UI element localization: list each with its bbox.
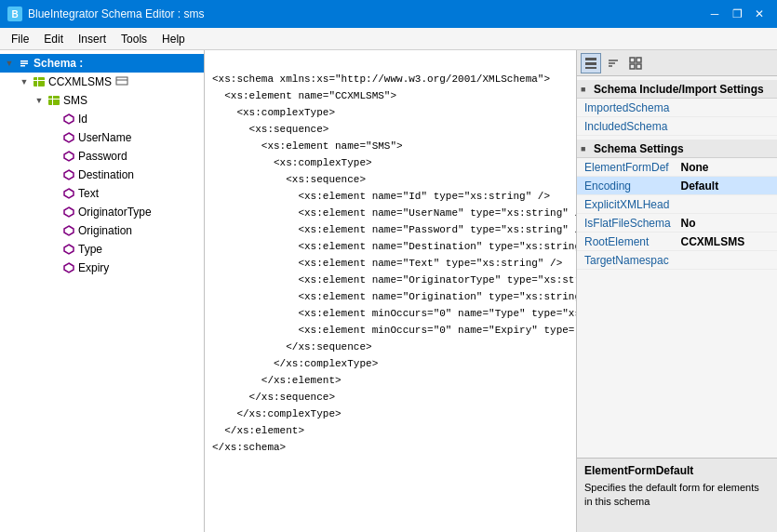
restore-button[interactable]: ❐ xyxy=(727,4,747,24)
tree-label-destination: Destination xyxy=(78,168,134,181)
svg-marker-12 xyxy=(64,114,74,124)
prop-encoding[interactable]: Encoding Default xyxy=(577,177,777,195)
tree-label-ccxmlsms: CCXMLSMS xyxy=(48,75,112,88)
section2-label: Schema Settings xyxy=(594,142,684,155)
property-description-panel: ElementFormDefault Specifies the default… xyxy=(577,458,777,532)
tree-item-ccxmlsms[interactable]: ▼ CCXMLSMS xyxy=(0,73,204,91)
menu-insert[interactable]: Insert xyxy=(71,28,114,49)
svg-rect-4 xyxy=(33,77,45,86)
svg-rect-3 xyxy=(20,65,25,67)
tree-item-username[interactable]: UserName xyxy=(0,128,204,147)
svg-rect-9 xyxy=(48,96,60,105)
menu-tools[interactable]: Tools xyxy=(114,28,154,49)
field-icon-username xyxy=(61,130,76,145)
table-icon-sms xyxy=(47,93,61,108)
window-title: BlueIntegrator Schema Editor : sms xyxy=(28,7,204,20)
expand-schema-icon: ▼ xyxy=(2,56,17,71)
spacer-type xyxy=(47,242,61,257)
tree-item-text[interactable]: Text xyxy=(0,184,204,203)
table-icon-ccxmlsms xyxy=(32,74,47,89)
close-button[interactable]: ✕ xyxy=(749,4,770,24)
main-container: ▼ Schema : ▼ CCXMLSMS ▼ xyxy=(0,50,777,532)
section-schema-settings[interactable]: ■ Schema Settings xyxy=(577,140,777,158)
prop-rootelement[interactable]: RootElement CCXMLSMS xyxy=(577,233,777,251)
prop-name-elementformdef[interactable]: ElementFormDef xyxy=(584,161,681,174)
xml-editor-panel[interactable]: <xs:schema xmlns:xs="http://www.w3.org/2… xyxy=(205,50,577,532)
prop-targetnamespace[interactable]: TargetNamespac xyxy=(577,251,777,270)
menu-file[interactable]: File xyxy=(4,28,36,49)
menu-help[interactable]: Help xyxy=(154,28,193,49)
menu-bar: File Edit Insert Tools Help xyxy=(0,28,777,50)
tree-label-type: Type xyxy=(78,243,102,256)
field-icon-originationtype xyxy=(61,205,76,219)
tree-panel: ▼ Schema : ▼ CCXMLSMS ▼ xyxy=(0,50,205,532)
expand-sms-icon: ▼ xyxy=(32,93,47,108)
tree-item-type[interactable]: Type xyxy=(0,240,204,259)
svg-rect-22 xyxy=(585,62,596,65)
prop-imported-schema[interactable]: ImportedSchema xyxy=(577,99,777,117)
schema-tree: ▼ Schema : ▼ CCXMLSMS ▼ xyxy=(0,50,204,281)
spacer-password xyxy=(47,149,61,164)
menu-edit[interactable]: Edit xyxy=(36,28,71,49)
view-btn[interactable] xyxy=(625,53,646,73)
tree-label-schema: Schema : xyxy=(33,57,83,70)
minimize-button[interactable]: ─ xyxy=(704,4,725,24)
prop-included-schema[interactable]: IncludedSchema xyxy=(577,117,777,136)
prop-value-rootelement: CCXMLSMS xyxy=(681,235,778,248)
sort-btn[interactable] xyxy=(603,53,623,73)
prop-name-isflatfileschema[interactable]: IsFlatFileSchema xyxy=(584,217,681,230)
prop-name-rootelement[interactable]: RootElement xyxy=(584,235,681,248)
spacer-username xyxy=(47,130,61,145)
xml-content[interactable]: <xs:schema xmlns:xs="http://www.w3.org/2… xyxy=(205,50,576,532)
svg-marker-15 xyxy=(64,170,74,180)
tree-label-originationtype: OriginatorType xyxy=(78,206,152,219)
ccxmlsms-badge xyxy=(115,74,128,90)
svg-rect-29 xyxy=(630,64,635,69)
field-icon-expiry xyxy=(61,260,76,275)
spacer-origination xyxy=(47,223,61,238)
prop-name-importedschema[interactable]: ImportedSchema xyxy=(584,101,777,114)
tree-item-destination[interactable]: Destination xyxy=(0,166,204,184)
section-include-import[interactable]: ■ Schema Include/Import Settings xyxy=(577,80,777,99)
tree-label-origination: Origination xyxy=(78,224,132,237)
tree-label-password: Password xyxy=(78,150,127,163)
spacer-destination xyxy=(47,167,61,182)
field-icon-id xyxy=(61,112,76,126)
tree-label-expiry: Expiry xyxy=(78,261,109,274)
field-icon-password xyxy=(61,149,76,164)
svg-rect-11 xyxy=(52,96,53,105)
tree-item-origination[interactable]: Origination xyxy=(0,221,204,240)
svg-marker-14 xyxy=(64,152,74,161)
prop-isflatfileschema[interactable]: IsFlatFileSchema No xyxy=(577,214,777,233)
spacer-text xyxy=(47,186,61,201)
tree-item-expiry[interactable]: Expiry xyxy=(0,259,204,277)
tree-item-sms[interactable]: ▼ SMS xyxy=(0,91,204,110)
svg-rect-30 xyxy=(636,64,641,69)
prop-elementformdef[interactable]: ElementFormDef None xyxy=(577,158,777,177)
property-description-title: ElementFormDefault xyxy=(584,464,770,477)
properties-view-btn[interactable] xyxy=(581,53,601,73)
properties-toolbar xyxy=(577,50,777,76)
svg-rect-6 xyxy=(37,77,38,86)
svg-marker-18 xyxy=(64,226,74,235)
tree-item-originationtype[interactable]: OriginatorType xyxy=(0,203,204,221)
svg-rect-23 xyxy=(585,67,596,69)
section1-expand-icon: ■ xyxy=(581,85,594,94)
prop-explicitxmlhead[interactable]: ExplicitXMLHead xyxy=(577,195,777,214)
tree-item-password[interactable]: Password xyxy=(0,147,204,166)
prop-name-encoding[interactable]: Encoding xyxy=(584,180,681,193)
properties-panel: ■ Schema Include/Import Settings Importe… xyxy=(577,50,777,532)
svg-rect-5 xyxy=(33,80,45,81)
prop-name-explicitxmlhead[interactable]: ExplicitXMLHead xyxy=(584,198,681,211)
tree-label-id: Id xyxy=(78,113,87,126)
prop-name-includedschema[interactable]: IncludedSchema xyxy=(584,120,777,133)
field-icon-destination xyxy=(61,167,76,182)
schema-icon xyxy=(17,56,32,71)
tree-item-id[interactable]: Id xyxy=(0,110,204,128)
field-icon-text xyxy=(61,186,76,201)
svg-rect-10 xyxy=(48,99,60,100)
prop-name-targetnamespace[interactable]: TargetNamespac xyxy=(584,254,681,267)
tree-item-schema[interactable]: ▼ Schema : xyxy=(0,54,204,73)
field-icon-type xyxy=(61,242,76,257)
tree-label-sms: SMS xyxy=(63,94,87,107)
